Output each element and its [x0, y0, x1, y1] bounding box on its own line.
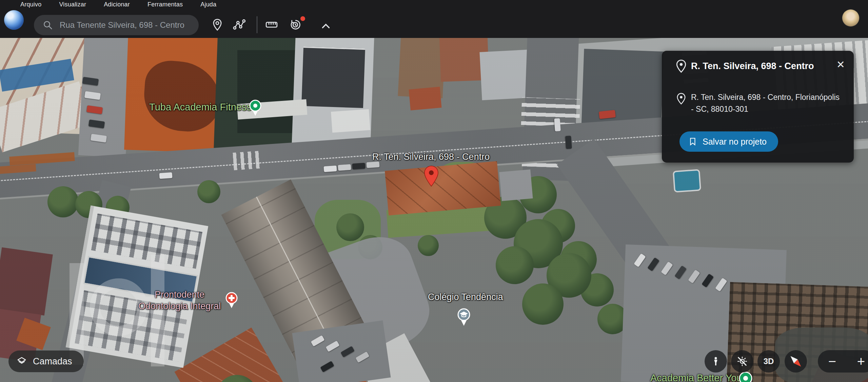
prontodente-line1: Prontodente: [138, 289, 221, 301]
menubar: Arquivo Visualizar Adicionar Ferramentas…: [20, 0, 216, 9]
poi-label-better-you[interactable]: Academia Better You: [650, 373, 742, 382]
google-earth-logo[interactable]: [4, 10, 24, 30]
search-input[interactable]: [59, 20, 196, 30]
layers-button[interactable]: Camadas: [8, 351, 84, 372]
menu-arquivo[interactable]: Arquivo: [20, 1, 41, 8]
zoom-out-button[interactable]: −: [825, 355, 840, 368]
notification-dot: [300, 16, 306, 22]
poi-icon-tuba-green-dot[interactable]: [248, 99, 263, 118]
sun-lighting-button[interactable]: [731, 350, 753, 373]
menu-visualizar[interactable]: Visualizar: [59, 1, 86, 8]
app-header: Arquivo Visualizar Adicionar Ferramentas…: [0, 0, 868, 38]
path-tool-icon[interactable]: [233, 18, 245, 31]
pegman-icon: [710, 356, 721, 367]
save-button-label: Salvar no projeto: [703, 137, 767, 147]
destination-pin-icon[interactable]: [423, 165, 439, 189]
place-info-card: R. Ten. Silveira, 698 - Centro ✕ R. Ten.…: [662, 51, 854, 163]
zoom-control: − +: [818, 350, 868, 373]
prontodente-line2: Odontologia Integral: [138, 301, 221, 312]
historical-imagery-icon[interactable]: [289, 18, 302, 31]
close-icon[interactable]: ✕: [836, 60, 845, 70]
compass-needle-icon: [787, 352, 805, 370]
compass[interactable]: [785, 350, 807, 373]
3d-toggle-label: 3D: [764, 357, 774, 366]
poi-icon-education[interactable]: [456, 307, 472, 328]
bookmark-icon: [688, 137, 697, 146]
street-marker-label[interactable]: R. Ten. Silveira, 698 - Centro: [372, 152, 490, 162]
chevron-up-icon[interactable]: [319, 20, 332, 33]
pegman-button[interactable]: [705, 350, 727, 373]
poi-icon-health[interactable]: [224, 291, 239, 310]
poi-label-colegio[interactable]: Colégio Tendência: [428, 292, 503, 302]
place-address: R. Ten. Silveira, 698 - Centro, Florianó…: [691, 91, 840, 115]
user-avatar[interactable]: [842, 9, 859, 26]
layers-button-label: Camadas: [33, 356, 72, 367]
layers-icon: [17, 356, 27, 366]
toolbar-divider: [257, 16, 257, 33]
address-pin-icon: [676, 93, 686, 105]
menu-adicionar[interactable]: Adicionar: [104, 1, 130, 8]
menu-ferramentas[interactable]: Ferramentas: [147, 1, 183, 8]
search-icon: [43, 20, 53, 30]
poi-label-prontodente[interactable]: Prontodente Odontologia Integral: [138, 289, 221, 312]
placemark-tool-icon[interactable]: [211, 18, 224, 31]
loft-watermark: [70, 255, 178, 373]
3d-toggle-button[interactable]: 3D: [757, 350, 780, 373]
poi-label-tuba-academia[interactable]: Tuba Academia Fitness: [149, 102, 252, 113]
menu-ajuda[interactable]: Ajuda: [200, 1, 216, 8]
google-earth-window: Tuba Academia Fitness R. Ten. Silveira, …: [0, 0, 868, 382]
place-pin-icon: [675, 60, 687, 73]
save-to-project-button[interactable]: Salvar no projeto: [679, 131, 778, 152]
sun-off-icon: [736, 356, 748, 367]
zoom-in-button[interactable]: +: [854, 355, 868, 368]
measure-tool-icon[interactable]: [265, 18, 278, 31]
place-title: R. Ten. Silveira, 698 - Centro: [691, 61, 827, 71]
search-bar[interactable]: [34, 15, 199, 35]
